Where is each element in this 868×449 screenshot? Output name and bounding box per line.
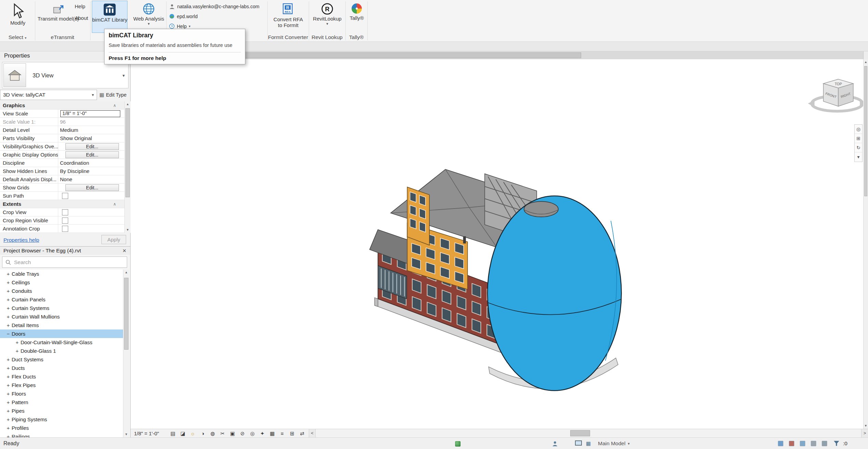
expand-icon[interactable]: +	[5, 279, 12, 285]
scrollbar-thumb[interactable]	[570, 430, 590, 436]
properties-help-link[interactable]: Properties help	[3, 237, 39, 243]
drawing-area[interactable]: TOP FRONT RIGHT ◎ ⊞ ↻ ▾	[131, 59, 863, 429]
tree-item-curtain-systems[interactable]: +Curtain Systems	[0, 304, 123, 312]
drag-on-selection-icon[interactable]	[822, 441, 827, 446]
group-label-select[interactable]: Select ▾	[0, 33, 35, 41]
about-small-button[interactable]: About	[75, 15, 88, 21]
collapse-chevron-icon[interactable]: ∧	[113, 103, 116, 108]
property-value[interactable]: By Discipline	[60, 168, 89, 174]
shadows-icon[interactable]: ◑	[198, 429, 208, 438]
tree-item-railings[interactable]: +Railings	[0, 432, 123, 438]
section-graphics[interactable]: Graphics∧	[0, 101, 124, 110]
epd-world-item[interactable]: epd.world	[169, 11, 267, 21]
view-cube[interactable]: TOP FRONT RIGHT	[808, 79, 863, 111]
worksets-user-icon[interactable]	[552, 440, 558, 447]
section-extents[interactable]: Extents∧	[0, 200, 124, 208]
sun-path-icon[interactable]: ☼	[188, 429, 198, 438]
property-value[interactable]: Medium	[60, 127, 78, 133]
expand-icon[interactable]: +	[5, 322, 12, 328]
browser-search-box[interactable]	[2, 257, 127, 268]
revitlookup-button[interactable]: R RevitLookup ▾	[311, 1, 344, 33]
property-checkbox[interactable]	[62, 193, 68, 199]
dome[interactable]	[524, 201, 558, 217]
rendering-icon[interactable]: ◍	[208, 429, 218, 438]
model-3d-view[interactable]: TOP FRONT RIGHT	[131, 59, 863, 429]
scroll-right-icon[interactable]: >	[861, 429, 868, 438]
filter-icon[interactable]	[833, 441, 840, 446]
tree-item-detail-items[interactable]: +Detail Items	[0, 321, 123, 329]
displacement-icon[interactable]: ⇄	[297, 429, 307, 438]
expand-icon[interactable]: +	[5, 399, 12, 405]
tree-item-conduits[interactable]: +Conduits	[0, 287, 123, 295]
tree-item-duct-systems[interactable]: +Duct Systems	[0, 355, 123, 364]
collapse-icon[interactable]: −	[5, 331, 12, 337]
tally-button[interactable]: Tally®	[347, 1, 367, 33]
property-value[interactable]: Coordination	[60, 160, 89, 166]
browser-scrollbar[interactable]: ▲ ▼	[123, 270, 129, 437]
search-input[interactable]	[14, 259, 113, 265]
expand-icon[interactable]: +	[5, 416, 12, 422]
scrollbar-thumb[interactable]	[864, 66, 867, 196]
property-checkbox[interactable]	[62, 209, 68, 215]
modify-button[interactable]: Modify	[3, 1, 33, 33]
property-value[interactable]: None	[60, 176, 72, 182]
property-value[interactable]: Show Original	[60, 135, 92, 141]
temporary-hide-isolate-icon[interactable]: ◎	[247, 429, 257, 438]
select-pinned-icon[interactable]	[800, 441, 805, 446]
tree-item-doors[interactable]: −Doors	[0, 329, 123, 338]
scrollbar-thumb[interactable]	[125, 108, 130, 197]
tree-item-floors[interactable]: +Floors	[0, 389, 123, 398]
tree-item-profiles[interactable]: +Profiles	[0, 424, 123, 432]
expand-icon[interactable]: +	[14, 339, 21, 345]
type-selector[interactable]: 3D View ▾	[2, 62, 129, 88]
edit-button[interactable]: Edit...	[65, 151, 119, 158]
transmit-models-button[interactable]: Transmit model(s)	[36, 1, 80, 33]
expand-icon[interactable]: +	[5, 408, 12, 414]
edit-button[interactable]: Edit...	[65, 143, 119, 150]
orbit-icon[interactable]: ↻	[855, 143, 862, 152]
scroll-down-icon[interactable]: ▼	[125, 227, 131, 233]
expand-icon[interactable]: +	[5, 382, 12, 388]
collapse-chevron-icon[interactable]: ∧	[113, 202, 116, 207]
scroll-up-icon[interactable]: ▲	[123, 270, 129, 275]
select-links-icon[interactable]	[778, 441, 783, 446]
tray-epd-icon[interactable]	[455, 441, 461, 447]
active-view-icon[interactable]	[575, 440, 582, 446]
convert-rfa-button[interactable]: R RFA Convert RFA to FormIt	[269, 1, 307, 33]
design-option-selector[interactable]: Main Model	[598, 438, 625, 449]
account-email-item[interactable]: natalia.vasylenko@c-change-labs.com	[169, 1, 267, 11]
expand-icon[interactable]: +	[5, 391, 12, 397]
tree-item-double-glass-1[interactable]: +Double-Glass 1	[0, 347, 123, 355]
expand-icon[interactable]: +	[5, 374, 12, 379]
show-crop-region-icon[interactable]: ▣	[228, 429, 237, 438]
property-checkbox[interactable]	[62, 217, 68, 224]
temporary-view-properties-icon[interactable]: ▦	[267, 429, 277, 438]
steering-wheel-icon[interactable]: ◎	[855, 125, 862, 134]
expand-icon[interactable]: +	[5, 305, 12, 311]
constraints-icon[interactable]: ⊞	[287, 429, 297, 438]
view-selector-combo[interactable]: 3D View: tallyCAT ▾	[0, 90, 97, 100]
pan-icon[interactable]: ⊞	[855, 134, 862, 143]
expand-icon[interactable]: +	[14, 348, 21, 354]
chevron-down-icon[interactable]: ▾	[855, 152, 862, 162]
edit-button[interactable]: Edit...	[65, 184, 119, 191]
scroll-down-icon[interactable]: ▼	[123, 432, 129, 437]
property-value-input[interactable]: 1/8" = 1'-0"	[60, 110, 120, 117]
detail-level-icon[interactable]: ▤	[168, 429, 178, 438]
expand-icon[interactable]: +	[5, 297, 12, 302]
expand-icon[interactable]: +	[5, 314, 12, 320]
scroll-up-icon[interactable]: ▲	[125, 101, 131, 107]
expand-icon[interactable]: +	[5, 365, 12, 371]
select-by-face-icon[interactable]	[811, 441, 816, 446]
egg-structure[interactable]	[488, 196, 622, 391]
chevron-down-icon[interactable]: ▾	[628, 438, 630, 449]
expand-icon[interactable]: +	[5, 288, 12, 294]
bimcat-library-button[interactable]: bimCAT Library	[92, 1, 127, 33]
analytical-model-icon[interactable]: ≡	[277, 429, 287, 438]
apply-button[interactable]: Apply	[101, 235, 126, 244]
scroll-up-icon[interactable]: ▲	[864, 59, 868, 65]
view-type-icon-button[interactable]	[3, 63, 26, 87]
expand-icon[interactable]: +	[5, 357, 12, 362]
help-small-button[interactable]: Help	[75, 3, 85, 9]
tree-item-curtain-panels[interactable]: +Curtain Panels	[0, 295, 123, 304]
